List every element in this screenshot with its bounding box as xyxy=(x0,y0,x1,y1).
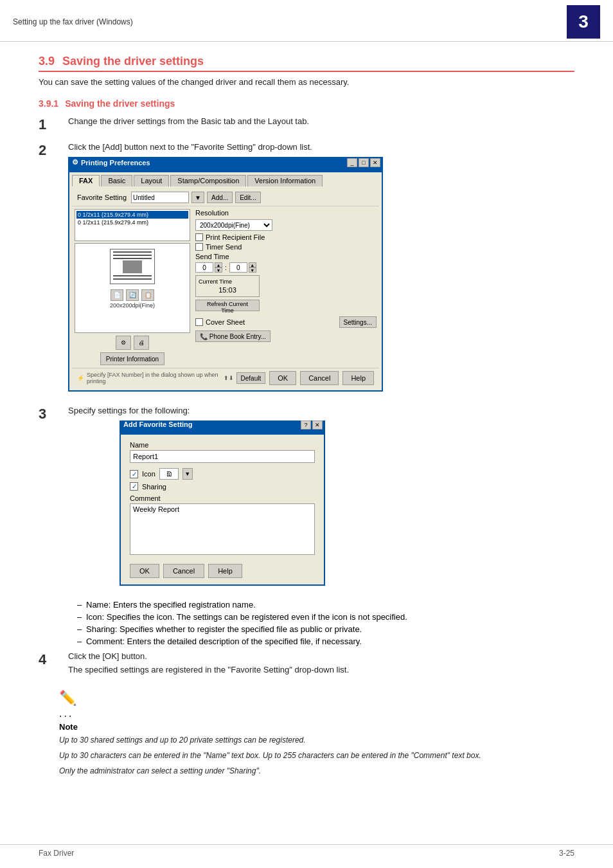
add-fav-footer: OK Cancel Help xyxy=(130,561,315,578)
bottom-tool-2[interactable]: 🖨 xyxy=(134,336,149,350)
preview-tool-2[interactable]: 🔄 xyxy=(126,289,139,301)
dialog-title-icon: ⚙ xyxy=(72,158,78,167)
bullet-item-4: Comment: Enters the detailed description… xyxy=(77,637,574,646)
minute-arrows[interactable]: ▲ ▼ xyxy=(249,262,256,273)
note-line-1: Up to 30 shared settings and up to 20 pr… xyxy=(59,734,554,746)
resolution-row: Resolution xyxy=(195,209,377,217)
section-39-desc: You can save the setting values of the c… xyxy=(39,77,574,87)
bullet-item-3: Sharing: Specifies whether to register t… xyxy=(77,624,574,634)
dialog-tab-bar: FAX Basic Layout Stamp/Composition Versi… xyxy=(72,175,379,186)
add-fav-help-btn[interactable]: ? xyxy=(301,420,311,429)
minimize-btn[interactable]: _ xyxy=(347,158,357,167)
step-1-number: 1 xyxy=(39,116,58,133)
note-line-2: Up to 30 characters can be entered in th… xyxy=(59,750,554,761)
name-input[interactable] xyxy=(130,450,315,463)
help-btn[interactable]: Help xyxy=(342,371,374,385)
phone-book-btn[interactable]: 📞 Phone Book Entry... xyxy=(195,330,271,342)
paper-item-1[interactable]: 0 1/2x11 (215.9x279.4 mm) xyxy=(76,211,188,219)
name-label: Name xyxy=(130,441,315,449)
doc-line-4 xyxy=(113,275,152,276)
dialog-body: 0 1/2x11 (215.9x279.4 mm) 0 1/2x11 (215.… xyxy=(72,206,379,368)
edit-btn[interactable]: Edit... xyxy=(235,192,261,203)
sharing-label: Sharing xyxy=(142,483,166,491)
tab-version[interactable]: Version Information xyxy=(247,175,323,186)
preview-tool-1[interactable]: 📄 xyxy=(111,289,123,301)
phone-book-row: 📞 Phone Book Entry... xyxy=(195,330,377,342)
close-btn[interactable]: ✕ xyxy=(370,158,380,167)
section-391-heading: 3.9.1 Saving the driver settings xyxy=(39,98,574,109)
sharing-checkbox[interactable]: ✓ xyxy=(130,482,138,491)
paper-list[interactable]: 0 1/2x11 (215.9x279.4 mm) 0 1/2x11 (215.… xyxy=(75,209,190,241)
resolution-select-row: 200x200dpi(Fine) xyxy=(195,219,377,231)
favorite-setting-input[interactable] xyxy=(131,192,189,203)
step-1-content: Change the driver settings from the Basi… xyxy=(68,116,574,126)
tab-basic[interactable]: Basic xyxy=(101,175,132,186)
default-btn[interactable]: Default xyxy=(236,372,266,384)
add-favorite-dialog: Add Favorite Setting ? ✕ Name ✓ Icon 🖻 ▼ xyxy=(120,420,325,586)
add-fav-ok-btn[interactable]: OK xyxy=(130,564,159,578)
minute-spinner[interactable]: 0 xyxy=(229,262,247,273)
note-icon: ✏️ xyxy=(59,690,554,707)
resolution-label: Resolution xyxy=(195,209,247,217)
send-time-label: Send Time xyxy=(195,253,229,260)
favorite-setting-dropdown-btn[interactable]: ▼ xyxy=(191,192,204,203)
comment-textarea[interactable]: Weekly Report xyxy=(130,503,315,555)
comment-label: Comment xyxy=(130,494,315,502)
hour-down[interactable]: ▼ xyxy=(215,267,222,273)
hour-spinner[interactable]: 0 xyxy=(195,262,213,273)
step-4-followup: The specified settings are registered in… xyxy=(68,665,574,674)
dialog-inner: FAX Basic Layout Stamp/Composition Versi… xyxy=(69,172,382,390)
hour-up[interactable]: ▲ xyxy=(215,262,222,267)
paper-item-2[interactable]: 0 1/2x11 (215.9x279.4 mm) xyxy=(76,219,188,226)
bottom-tool-1[interactable]: ⚙ xyxy=(116,336,131,350)
send-time-row: Send Time xyxy=(195,253,377,260)
phone-book-icon: 📞 xyxy=(200,333,208,340)
time-spinners: 0 ▲ ▼ : 0 ▲ ▼ xyxy=(195,262,256,273)
maximize-btn[interactable]: □ xyxy=(359,158,369,167)
specify-arrows: ⬆⬇ xyxy=(224,375,234,381)
doc-line-1 xyxy=(113,251,152,253)
icon-dropdown-arrow[interactable]: ▼ xyxy=(182,468,193,480)
minute-up[interactable]: ▲ xyxy=(249,262,256,267)
dialog-right-panel: Resolution 200x200dpi(Fine) Print Recip xyxy=(195,209,377,365)
add-fav-title-bar: Add Favorite Setting xyxy=(123,420,193,428)
step-2-text: Click the [Add] button next to the "Favo… xyxy=(68,140,312,152)
cover-sheet-checkbox[interactable] xyxy=(195,318,203,326)
hour-arrows[interactable]: ▲ ▼ xyxy=(215,262,222,273)
chapter-badge: 3 xyxy=(567,5,600,39)
minute-down[interactable]: ▼ xyxy=(249,267,256,273)
tab-fax[interactable]: FAX xyxy=(72,175,100,186)
dialog-controls[interactable]: _ □ ✕ xyxy=(347,158,380,167)
add-fav-help-btn2[interactable]: Help xyxy=(208,564,242,578)
note-dots: ... xyxy=(59,708,73,719)
step-3-content: Specify settings for the following: Add … xyxy=(68,406,574,591)
icon-dropdown[interactable]: 🖻 xyxy=(159,468,179,480)
cancel-btn[interactable]: Cancel xyxy=(300,371,339,385)
section-391-number: 3.9.1 xyxy=(39,98,58,109)
dialog-bottom-info: ⚡ Specify [FAX Number] in the dialog sho… xyxy=(77,372,265,384)
refresh-btn[interactable]: Refresh Current Time xyxy=(195,300,260,311)
dialog-bottom: ⚡ Specify [FAX Number] in the dialog sho… xyxy=(72,368,379,388)
add-btn[interactable]: Add... xyxy=(207,192,233,203)
resolution-select[interactable]: 200x200dpi(Fine) xyxy=(195,219,272,231)
ok-btn[interactable]: OK xyxy=(269,371,296,385)
add-fav-controls[interactable]: ? ✕ xyxy=(301,420,323,429)
preview-tool-3[interactable]: 📋 xyxy=(141,289,154,301)
tab-layout[interactable]: Layout xyxy=(134,175,169,186)
icon-checkbox[interactable]: ✓ xyxy=(130,470,138,478)
preview-area: 📄 🔄 📋 200x200dpi(Fine) xyxy=(75,243,190,333)
add-fav-cancel-btn[interactable]: Cancel xyxy=(163,564,204,578)
print-recipient-checkbox[interactable] xyxy=(195,233,203,241)
settings-btn[interactable]: Settings... xyxy=(339,316,377,328)
step-3: 3 Specify settings for the following: Ad… xyxy=(39,406,574,591)
printer-info-btn[interactable]: Printer Information xyxy=(100,352,164,365)
bullet-item-1: Name: Enters the specified registration … xyxy=(77,600,574,610)
printing-preferences-dialog: ⚙ Printing Preferences _ □ ✕ FAX Basic L… xyxy=(68,157,383,392)
add-fav-close-btn[interactable]: ✕ xyxy=(312,420,323,429)
add-fav-title-text: Add Favorite Setting xyxy=(123,420,193,428)
favorite-setting-label: Favorite Setting xyxy=(77,194,129,201)
note-line-3: Only the administrator can select a sett… xyxy=(59,765,554,777)
specify-text: Specify [FAX Number] in the dialog shown… xyxy=(87,372,221,384)
tab-stamp[interactable]: Stamp/Composition xyxy=(170,175,246,186)
timer-send-checkbox[interactable] xyxy=(195,243,203,251)
